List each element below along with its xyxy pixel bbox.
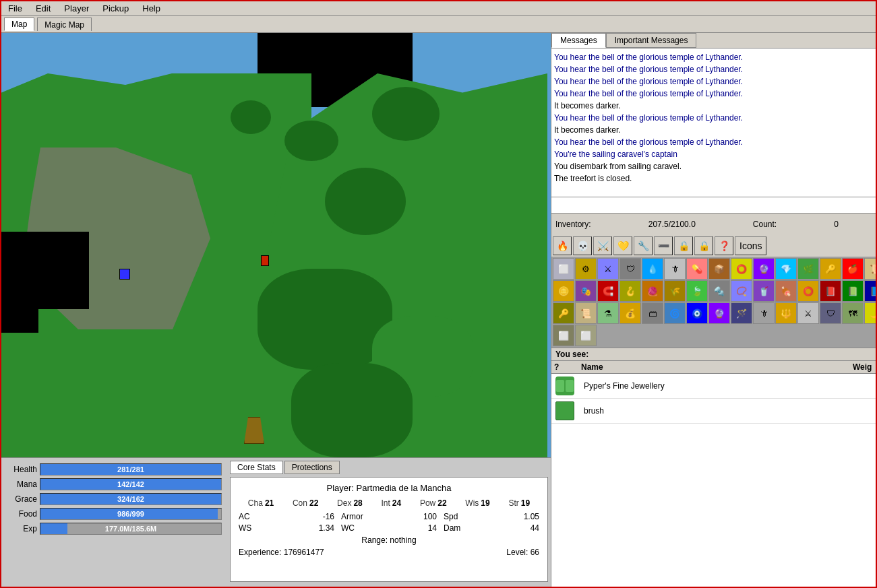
- inventory-slot[interactable]: 🛡: [619, 258, 641, 280]
- inv-btn-lock1[interactable]: 🔒: [674, 236, 693, 255]
- inventory-slot[interactable]: 🎭: [575, 280, 597, 302]
- inventory-slot[interactable]: 📜: [575, 302, 597, 324]
- inventory-slot[interactable]: ⚙: [575, 258, 597, 280]
- inv-btn-icons[interactable]: Icons: [735, 236, 766, 255]
- inventory-slot[interactable]: 📦: [708, 258, 730, 280]
- inventory-slot[interactable]: 🔮: [708, 302, 730, 324]
- see-item-icon: [554, 375, 576, 397]
- inventory-slot[interactable]: 🧶: [642, 280, 663, 302]
- inventory-slot[interactable]: 🧿: [686, 302, 708, 324]
- stats-content: Player: Partmedia de la Mancha Cha 21 Co…: [230, 477, 548, 582]
- inventory-slot[interactable]: 💧: [642, 258, 663, 280]
- inventory-slot[interactable]: 💰: [619, 302, 641, 324]
- inventory-slot[interactable]: 🪄: [731, 302, 752, 324]
- messages-area: Messages Important Messages You hear the…: [551, 33, 877, 214]
- exp-bar: 177.0M/185.6M: [40, 523, 222, 535]
- inv-btn-question[interactable]: ❓: [715, 236, 733, 255]
- inventory-slot[interactable]: 📗: [842, 280, 864, 302]
- mana-value: 142/142: [40, 479, 221, 490]
- message-line: You hear the bell of the glorious temple…: [554, 88, 877, 100]
- inventory-slot[interactable]: 🗡: [664, 258, 686, 280]
- inventory-slot[interactable]: 🔩: [708, 280, 730, 302]
- game-map[interactable]: [1, 33, 551, 457]
- inventory-slot[interactable]: 🔑: [820, 258, 841, 280]
- you-see-table: ? Name Weig Pyper's Fine Jewellerybrush: [551, 361, 877, 588]
- inventory-slot[interactable]: 🛡: [820, 302, 841, 324]
- menu-help[interactable]: Help: [138, 3, 164, 14]
- inventory-slot[interactable]: 🪙: [553, 280, 574, 302]
- inventory-section: ⬜⚙⚔🛡💧🗡💊📦⭕🔮💎🌿🔑🍎📜🧪🪙🎭🧲🪝🧶🌾🍃🔩📿🥤🍖⭕📕📗📘📙🔑📜⚗💰🗃🌀🧿🔮…: [551, 257, 877, 348]
- menu-edit[interactable]: Edit: [32, 3, 55, 14]
- see-item-row[interactable]: brush: [551, 399, 877, 424]
- player-stats-panel: Core Stats Protections Player: Partmedia…: [227, 458, 551, 588]
- menu-file[interactable]: File: [4, 3, 26, 14]
- inventory-slot[interactable]: 🔑: [553, 302, 574, 324]
- inventory-slot[interactable]: 📕: [820, 280, 841, 302]
- vitals-panel: Health 281/281 Mana 142/142 Grace: [1, 458, 227, 588]
- menu-pickup[interactable]: Pickup: [98, 3, 133, 14]
- tab-magic-map[interactable]: Magic Map: [37, 18, 92, 31]
- inventory-slot[interactable]: ⚗: [597, 302, 619, 324]
- inventory-slot[interactable]: ⬜: [553, 258, 574, 280]
- count-value: 0: [834, 220, 839, 229]
- map-toolbar: Map Magic Map: [1, 16, 876, 33]
- you-see-items: Pyper's Fine Jewellerybrush: [551, 374, 877, 424]
- message-line: It becomes darker.: [554, 124, 877, 136]
- inventory-slot[interactable]: 🍎: [842, 258, 864, 280]
- inventory-slot[interactable]: ⭕: [797, 280, 819, 302]
- inventory-slot[interactable]: 🌀: [664, 302, 686, 324]
- inventory-slot[interactable]: 🌿: [797, 258, 819, 280]
- inventory-slot[interactable]: ⭕: [731, 258, 752, 280]
- inventory-slot[interactable]: ⚔: [597, 258, 619, 280]
- tab-important-messages[interactable]: Important Messages: [606, 33, 697, 48]
- inventory-slot[interactable]: ⬜: [553, 325, 574, 346]
- experience-text: Experience: 176961477: [239, 548, 324, 557]
- exp-label: Exp: [7, 524, 37, 533]
- inventory-slot[interactable]: 🔱: [775, 302, 797, 324]
- messages-tabs: Messages Important Messages: [551, 33, 877, 48]
- inventory-slot[interactable]: 💎: [775, 258, 797, 280]
- range-text: Range: nothing: [239, 535, 539, 545]
- inventory-slot[interactable]: ⚔: [797, 302, 819, 324]
- inventory-slot[interactable]: 🗃: [642, 302, 663, 324]
- tab-protections[interactable]: Protections: [284, 461, 340, 474]
- inventory-slot[interactable]: 🔮: [753, 258, 775, 280]
- inventory-slot[interactable]: 🥤: [753, 280, 775, 302]
- health-label: Health: [7, 465, 37, 474]
- inventory-slot[interactable]: 🧲: [597, 280, 619, 302]
- main-layout: Health 281/281 Mana 142/142 Grace: [1, 33, 876, 588]
- messages-content[interactable]: You hear the bell of the glorious temple…: [551, 48, 877, 197]
- inventory-slot[interactable]: 📿: [731, 280, 752, 302]
- inventory-slot[interactable]: 💊: [686, 258, 708, 280]
- inventory-slot[interactable]: 🍖: [775, 280, 797, 302]
- mana-label: Mana: [7, 480, 37, 489]
- inventory-slot[interactable]: 🌙: [864, 302, 877, 324]
- inv-btn-gold[interactable]: 💛: [613, 236, 632, 255]
- exp-value: 177.0M/185.6M: [40, 523, 221, 534]
- inventory-slot[interactable]: 📜: [864, 258, 877, 280]
- you-see-area: You see: ? Name Weig Pyper's Fine Jewell…: [551, 348, 877, 588]
- inv-btn-food[interactable]: 🔥: [553, 236, 572, 255]
- inv-btn-lock2[interactable]: 🔒: [694, 236, 713, 255]
- tab-messages[interactable]: Messages: [551, 33, 606, 48]
- inv-btn-sword[interactable]: ⚔️: [593, 236, 612, 255]
- inventory-slot[interactable]: ⬜: [575, 325, 597, 346]
- inventory-slot[interactable]: 🗡: [753, 302, 775, 324]
- inv-btn-magic[interactable]: 🔧: [634, 236, 653, 255]
- inventory-slot[interactable]: 🌾: [664, 280, 686, 302]
- inventory-slot[interactable]: 🪝: [619, 280, 641, 302]
- food-value: 986/999: [40, 509, 221, 519]
- inventory-slot[interactable]: 🗺: [842, 302, 864, 324]
- see-item-row[interactable]: Pyper's Fine Jewellery: [551, 374, 877, 399]
- see-table-header: ? Name Weig: [551, 361, 877, 374]
- food-bar: 986/999: [40, 508, 222, 520]
- inv-btn-minus[interactable]: ➖: [654, 236, 673, 255]
- tab-map[interactable]: Map: [4, 18, 34, 31]
- menu-player[interactable]: Player: [60, 3, 93, 14]
- mana-bar: 142/142: [40, 478, 222, 490]
- inventory-slot[interactable]: 📘: [864, 280, 877, 302]
- tab-core-stats[interactable]: Core Stats: [230, 461, 283, 474]
- inventory-slot[interactable]: 🍃: [686, 280, 708, 302]
- inv-btn-skull[interactable]: 💀: [573, 236, 592, 255]
- grace-label: Grace: [7, 494, 37, 504]
